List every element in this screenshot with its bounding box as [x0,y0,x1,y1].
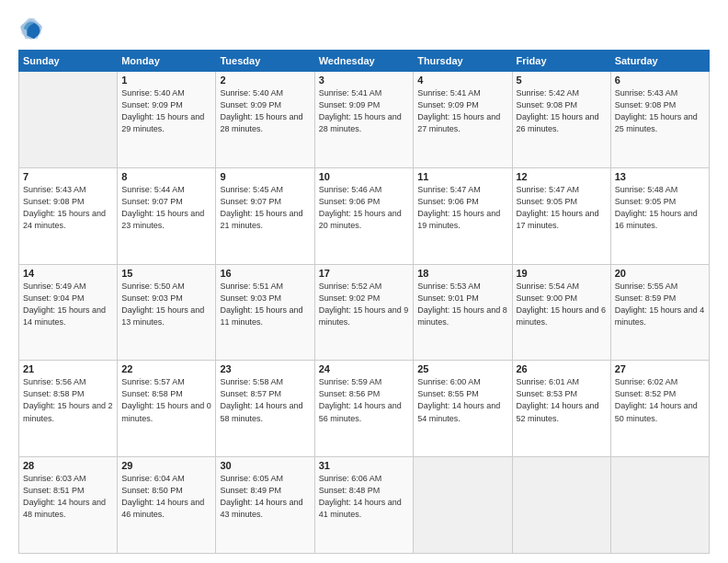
day-number: 22 [121,363,211,374]
weekday-header: Sunday [19,51,118,72]
calendar-cell: 25Sunrise: 6:00 AM Sunset: 8:55 PM Dayli… [414,361,512,457]
calendar-week-row: 14Sunrise: 5:49 AM Sunset: 9:04 PM Dayli… [19,264,710,361]
day-number: 14 [23,268,113,279]
day-detail: Sunrise: 5:50 AM Sunset: 9:03 PM Dayligh… [121,281,211,328]
day-number: 26 [517,363,607,374]
calendar-cell: 22Sunrise: 5:57 AM Sunset: 8:58 PM Dayli… [118,361,216,457]
calendar-week-row: 28Sunrise: 6:03 AM Sunset: 8:51 PM Dayli… [19,457,710,554]
day-number: 29 [121,460,211,471]
day-number: 2 [220,75,310,86]
day-detail: Sunrise: 5:41 AM Sunset: 9:09 PM Dayligh… [319,87,409,135]
day-detail: Sunrise: 5:42 AM Sunset: 9:08 PM Dayligh… [517,87,607,135]
day-number: 10 [319,171,409,182]
day-number: 31 [319,460,409,471]
day-number: 30 [220,460,310,471]
calendar-cell: 15Sunrise: 5:50 AM Sunset: 9:03 PM Dayli… [118,264,216,361]
calendar-cell: 23Sunrise: 5:58 AM Sunset: 8:57 PM Dayli… [216,361,314,457]
calendar-cell [610,457,709,554]
day-detail: Sunrise: 5:55 AM Sunset: 8:59 PM Dayligh… [615,281,705,328]
calendar-cell [512,457,610,554]
day-detail: Sunrise: 5:47 AM Sunset: 9:05 PM Dayligh… [517,184,607,232]
day-number: 7 [23,171,113,182]
calendar-cell: 26Sunrise: 6:01 AM Sunset: 8:53 PM Dayli… [512,361,610,457]
calendar-cell: 1Sunrise: 5:40 AM Sunset: 9:09 PM Daylig… [118,72,216,168]
calendar-cell: 17Sunrise: 5:52 AM Sunset: 9:02 PM Dayli… [314,264,413,361]
calendar-cell: 9Sunrise: 5:45 AM Sunset: 9:07 PM Daylig… [216,167,314,264]
day-detail: Sunrise: 5:57 AM Sunset: 8:58 PM Dayligh… [121,376,211,424]
day-number: 3 [319,75,409,86]
calendar-cell: 3Sunrise: 5:41 AM Sunset: 9:09 PM Daylig… [314,72,413,168]
weekday-header: Monday [118,51,216,72]
weekday-header: Saturday [610,51,709,72]
day-number: 5 [517,75,607,86]
calendar-cell: 31Sunrise: 6:06 AM Sunset: 8:48 PM Dayli… [314,457,413,554]
day-detail: Sunrise: 5:40 AM Sunset: 9:09 PM Dayligh… [220,87,310,135]
calendar-week-row: 21Sunrise: 5:56 AM Sunset: 8:58 PM Dayli… [19,361,710,457]
weekday-header: Tuesday [216,51,314,72]
calendar: SundayMondayTuesdayWednesdayThursdayFrid… [18,50,710,554]
day-detail: Sunrise: 5:43 AM Sunset: 9:08 PM Dayligh… [615,87,705,135]
day-detail: Sunrise: 5:44 AM Sunset: 9:07 PM Dayligh… [121,184,211,232]
calendar-cell: 16Sunrise: 5:51 AM Sunset: 9:03 PM Dayli… [216,264,314,361]
day-number: 23 [220,363,310,374]
day-detail: Sunrise: 5:58 AM Sunset: 8:57 PM Dayligh… [220,376,310,424]
calendar-week-row: 1Sunrise: 5:40 AM Sunset: 9:09 PM Daylig… [19,72,710,168]
calendar-cell: 27Sunrise: 6:02 AM Sunset: 8:52 PM Dayli… [610,361,709,457]
day-number: 13 [615,171,705,182]
calendar-cell: 4Sunrise: 5:41 AM Sunset: 9:09 PM Daylig… [414,72,512,168]
header [18,17,710,42]
day-detail: Sunrise: 5:56 AM Sunset: 8:58 PM Dayligh… [23,376,113,424]
day-detail: Sunrise: 6:05 AM Sunset: 8:49 PM Dayligh… [220,473,310,521]
calendar-cell: 18Sunrise: 5:53 AM Sunset: 9:01 PM Dayli… [414,264,512,361]
day-number: 11 [417,171,507,182]
calendar-cell: 5Sunrise: 5:42 AM Sunset: 9:08 PM Daylig… [512,72,610,168]
day-detail: Sunrise: 5:48 AM Sunset: 9:05 PM Dayligh… [615,184,705,232]
calendar-cell: 6Sunrise: 5:43 AM Sunset: 9:08 PM Daylig… [610,72,709,168]
day-detail: Sunrise: 6:03 AM Sunset: 8:51 PM Dayligh… [23,473,113,521]
calendar-cell: 7Sunrise: 5:43 AM Sunset: 9:08 PM Daylig… [19,167,118,264]
calendar-cell: 14Sunrise: 5:49 AM Sunset: 9:04 PM Dayli… [19,264,118,361]
day-detail: Sunrise: 5:51 AM Sunset: 9:03 PM Dayligh… [220,281,310,328]
day-detail: Sunrise: 5:49 AM Sunset: 9:04 PM Dayligh… [23,281,113,328]
calendar-cell: 12Sunrise: 5:47 AM Sunset: 9:05 PM Dayli… [512,167,610,264]
calendar-cell: 24Sunrise: 5:59 AM Sunset: 8:56 PM Dayli… [314,361,413,457]
day-detail: Sunrise: 5:45 AM Sunset: 9:07 PM Dayligh… [220,184,310,232]
calendar-cell: 8Sunrise: 5:44 AM Sunset: 9:07 PM Daylig… [118,167,216,264]
day-detail: Sunrise: 5:54 AM Sunset: 9:00 PM Dayligh… [517,281,607,328]
day-number: 19 [517,268,607,279]
day-number: 9 [220,171,310,182]
day-detail: Sunrise: 5:43 AM Sunset: 9:08 PM Dayligh… [23,184,113,232]
day-number: 17 [319,268,409,279]
day-number: 6 [615,75,705,86]
logo [18,17,48,42]
weekday-header: Thursday [414,51,512,72]
calendar-week-row: 7Sunrise: 5:43 AM Sunset: 9:08 PM Daylig… [19,167,710,264]
logo-icon [18,17,44,42]
page: SundayMondayTuesdayWednesdayThursdayFrid… [0,0,728,563]
calendar-cell: 19Sunrise: 5:54 AM Sunset: 9:00 PM Dayli… [512,264,610,361]
day-number: 28 [23,460,113,471]
day-detail: Sunrise: 5:52 AM Sunset: 9:02 PM Dayligh… [319,281,409,328]
day-detail: Sunrise: 6:01 AM Sunset: 8:53 PM Dayligh… [517,376,607,424]
calendar-cell: 11Sunrise: 5:47 AM Sunset: 9:06 PM Dayli… [414,167,512,264]
day-number: 20 [615,268,705,279]
calendar-cell: 13Sunrise: 5:48 AM Sunset: 9:05 PM Dayli… [610,167,709,264]
calendar-header-row: SundayMondayTuesdayWednesdayThursdayFrid… [19,51,710,72]
day-number: 4 [417,75,507,86]
day-detail: Sunrise: 5:53 AM Sunset: 9:01 PM Dayligh… [417,281,507,328]
weekday-header: Wednesday [314,51,413,72]
calendar-cell: 10Sunrise: 5:46 AM Sunset: 9:06 PM Dayli… [314,167,413,264]
calendar-cell: 2Sunrise: 5:40 AM Sunset: 9:09 PM Daylig… [216,72,314,168]
day-number: 16 [220,268,310,279]
day-detail: Sunrise: 5:46 AM Sunset: 9:06 PM Dayligh… [319,184,409,232]
day-detail: Sunrise: 5:40 AM Sunset: 9:09 PM Dayligh… [121,87,211,135]
day-number: 21 [23,363,113,374]
day-number: 12 [517,171,607,182]
day-number: 25 [417,363,507,374]
calendar-cell: 28Sunrise: 6:03 AM Sunset: 8:51 PM Dayli… [19,457,118,554]
calendar-cell: 29Sunrise: 6:04 AM Sunset: 8:50 PM Dayli… [118,457,216,554]
day-detail: Sunrise: 6:04 AM Sunset: 8:50 PM Dayligh… [121,473,211,521]
day-detail: Sunrise: 6:06 AM Sunset: 8:48 PM Dayligh… [319,473,409,521]
day-number: 15 [121,268,211,279]
day-detail: Sunrise: 5:41 AM Sunset: 9:09 PM Dayligh… [417,87,507,135]
